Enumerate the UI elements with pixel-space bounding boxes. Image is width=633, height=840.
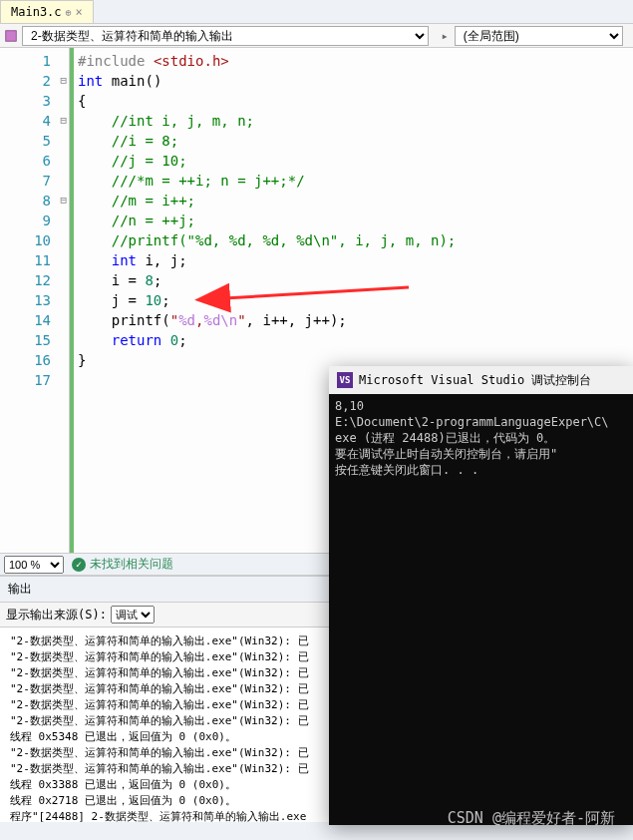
vs-icon: VS bbox=[337, 372, 353, 388]
pin-icon[interactable]: ⊕ bbox=[66, 7, 72, 18]
code-line[interactable]: #include <stdio.h> bbox=[78, 51, 633, 71]
console-line: 8,10 bbox=[335, 398, 627, 414]
code-line[interactable]: //j = 10; bbox=[78, 151, 633, 171]
code-line[interactable]: i = 8; bbox=[78, 270, 633, 290]
line-number: 5 bbox=[0, 131, 69, 151]
code-line[interactable]: printf("%d,%d\n", i++, j++); bbox=[78, 310, 633, 330]
line-number: 2 bbox=[0, 71, 69, 91]
zoom-select[interactable]: 100 % bbox=[4, 556, 64, 574]
code-line[interactable]: ///*m = ++i; n = j++;*/ bbox=[78, 171, 633, 191]
line-number: 16 bbox=[0, 350, 69, 370]
separator-icon: ▸ bbox=[435, 29, 454, 43]
output-source-label: 显示输出来源(S): bbox=[6, 607, 107, 624]
code-line[interactable]: //printf("%d, %d, %d, %d\n", i, j, m, n)… bbox=[78, 230, 633, 250]
code-line[interactable]: int main() bbox=[78, 71, 633, 91]
scope-select-left[interactable]: 2-数据类型、运算符和简单的输入输出 bbox=[22, 26, 429, 46]
svg-rect-0 bbox=[6, 30, 17, 41]
line-number: 1 bbox=[0, 51, 69, 71]
close-icon[interactable]: × bbox=[76, 5, 83, 19]
code-line[interactable]: //n = ++j; bbox=[78, 210, 633, 230]
line-number: 7 bbox=[0, 171, 69, 191]
line-number: 11 bbox=[0, 250, 69, 270]
status-ok[interactable]: 未找到相关问题 bbox=[72, 556, 173, 573]
code-line[interactable]: //int i, j, m, n; bbox=[78, 111, 633, 131]
line-number: 13 bbox=[0, 290, 69, 310]
line-number: 8 bbox=[0, 191, 69, 210]
tab-label: Main3.c bbox=[11, 5, 62, 19]
code-line[interactable]: int i, j; bbox=[78, 250, 633, 270]
tab-bar: Main3.c ⊕ × bbox=[0, 0, 633, 24]
line-number: 4 bbox=[0, 111, 69, 131]
code-line[interactable]: //m = i++; bbox=[78, 191, 633, 210]
debug-console-window[interactable]: VS Microsoft Visual Studio 调试控制台 8,10E:\… bbox=[329, 366, 633, 825]
line-number: 9 bbox=[0, 210, 69, 230]
line-number: 6 bbox=[0, 151, 69, 171]
line-number: 12 bbox=[0, 270, 69, 290]
line-number: 3 bbox=[0, 91, 69, 111]
console-line: E:\Document\2-programmLanguageExper\C\ bbox=[335, 414, 627, 430]
line-number: 14 bbox=[0, 310, 69, 330]
console-titlebar[interactable]: VS Microsoft Visual Studio 调试控制台 bbox=[329, 366, 633, 394]
console-body[interactable]: 8,10E:\Document\2-programmLanguageExper\… bbox=[329, 394, 633, 825]
file-tab[interactable]: Main3.c ⊕ × bbox=[0, 0, 94, 23]
console-line: 按任意键关闭此窗口. . . bbox=[335, 462, 627, 478]
watermark: CSDN @编程爱好者-阿新 bbox=[448, 809, 615, 828]
code-line[interactable]: //i = 8; bbox=[78, 131, 633, 151]
module-icon bbox=[4, 29, 18, 43]
output-source-select[interactable]: 调试 bbox=[111, 606, 155, 624]
breadcrumb-bar: 2-数据类型、运算符和简单的输入输出 ▸ (全局范围) bbox=[0, 24, 633, 48]
console-title-text: Microsoft Visual Studio 调试控制台 bbox=[359, 372, 591, 389]
console-line: exe (进程 24488)已退出，代码为 0。 bbox=[335, 430, 627, 446]
code-line[interactable]: return 0; bbox=[78, 330, 633, 350]
line-number: 10 bbox=[0, 230, 69, 250]
code-line[interactable]: j = 10; bbox=[78, 290, 633, 310]
line-gutter: 1234567891011121314151617 bbox=[0, 48, 70, 553]
code-line[interactable]: { bbox=[78, 91, 633, 111]
line-number: 15 bbox=[0, 330, 69, 350]
line-number: 17 bbox=[0, 370, 69, 390]
console-line: 要在调试停止时自动关闭控制台，请启用" bbox=[335, 446, 627, 462]
scope-select-right[interactable]: (全局范围) bbox=[455, 26, 623, 46]
